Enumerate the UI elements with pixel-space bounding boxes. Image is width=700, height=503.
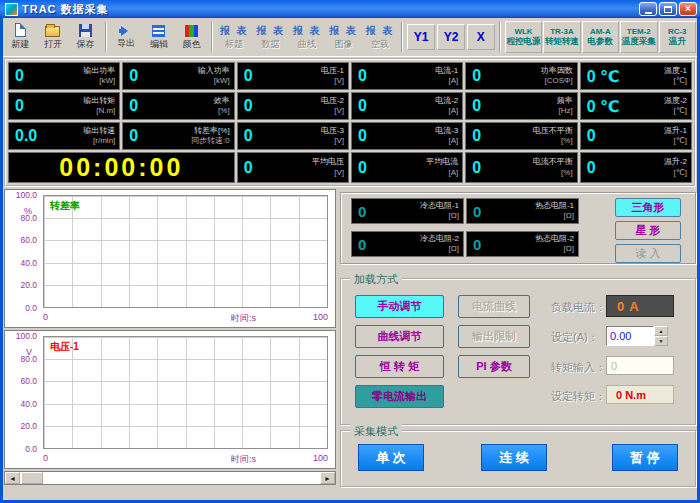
tem2-temperature-button[interactable]: TEM-2 温度采集: [620, 21, 657, 53]
rc3-temprise-button[interactable]: RC-3 温升: [659, 21, 696, 53]
edit-button[interactable]: 编辑: [143, 20, 176, 54]
edit-list-icon: [152, 25, 165, 37]
resistance-panel: 0冷态电阻-1[Ω] 0热态电阻-1[Ω] 0冷态电阻-2[Ω] 0热态电阻-2…: [340, 192, 696, 264]
delta-wiring-button[interactable]: 三角形: [615, 198, 681, 217]
tr3a-torque-speed-button[interactable]: TR-3A 转矩转速: [543, 21, 580, 53]
output-limit-button[interactable]: 输出限制: [458, 325, 530, 348]
y1-axis-button[interactable]: Y1: [407, 24, 435, 50]
x-axis-label: 时间:s: [231, 453, 256, 466]
wlk-power-button[interactable]: WLK 程控电源: [505, 21, 542, 53]
capture-mode-title: 采集模式: [350, 424, 402, 439]
window-controls: ×: [639, 2, 697, 16]
new-label: 新建: [11, 38, 29, 51]
meter-cold-resistance-2: 0冷态电阻-2[Ω]: [351, 231, 464, 257]
ama-electrical-button[interactable]: AM-A 电参数: [582, 21, 619, 53]
open-button[interactable]: 打开: [37, 20, 70, 54]
scrollbar-thumb[interactable]: [21, 472, 43, 484]
voltage1-plot-area[interactable]: 电压-1: [43, 336, 328, 449]
slip-rate-x-axis: 0 时间:s 100: [43, 312, 328, 325]
star-wiring-button[interactable]: 星 形: [615, 221, 681, 240]
meter-current-3: 0电流-3[A]: [351, 122, 463, 150]
meter-hot-resistance-2: 0热态电阻-2[Ω]: [466, 231, 579, 257]
current-curve-button[interactable]: 电流曲线: [458, 295, 530, 318]
constant-torque-button[interactable]: 恒 转 矩: [355, 355, 444, 378]
manual-adjust-button[interactable]: 手动调节: [355, 295, 444, 318]
pause-capture-button[interactable]: 暂 停: [612, 444, 678, 471]
meter-voltage-unbalance: 0电压不平衡[%]: [465, 122, 577, 150]
single-capture-button[interactable]: 单 次: [358, 444, 424, 471]
chart-scrollbar[interactable]: ◄ ►: [4, 471, 336, 485]
toolbar-separator: [401, 22, 403, 52]
export-label: 导出: [117, 37, 135, 50]
set-current-input[interactable]: [606, 326, 654, 346]
torque-input-field[interactable]: [606, 356, 674, 375]
spin-down-icon[interactable]: ▼: [654, 336, 668, 346]
save-label: 保存: [77, 38, 95, 51]
meter-voltage-1: 0电压-1[V]: [237, 62, 349, 90]
scrollbar-track[interactable]: [20, 472, 320, 484]
meter-temprise-2: 0温升-2[℃]: [580, 152, 692, 183]
curve-adjust-button[interactable]: 曲线调节: [355, 325, 444, 348]
right-panel: 0冷态电阻-1[Ω] 0热态电阻-1[Ω] 0冷态电阻-2[Ω] 0热态电阻-2…: [337, 189, 700, 489]
meter-voltage-3: 0电压-3[V]: [237, 122, 349, 150]
meter-average-voltage: 0平均电压[V]: [237, 152, 349, 183]
capture-mode-panel: 采集模式 单 次 连 续 暂 停: [340, 430, 696, 487]
torque-input-label: 转矩输入：: [551, 360, 606, 375]
report-noload-button[interactable]: 报 表 空载: [362, 21, 398, 53]
report-data-button[interactable]: 报 表 数据: [252, 21, 288, 53]
new-button[interactable]: 新建: [4, 20, 37, 54]
meter-current-1: 0电流-1[A]: [351, 62, 463, 90]
meter-temperature-2: 0 ℃温度-2[℃]: [580, 92, 692, 120]
scroll-right-arrow[interactable]: ►: [320, 472, 335, 484]
zero-current-output-button[interactable]: 零电流输出: [355, 385, 444, 408]
pi-params-button[interactable]: PI 参数: [458, 355, 530, 378]
x-axis-label: 时间:s: [231, 312, 256, 325]
minimize-icon: [645, 12, 652, 14]
toolbar-separator: [105, 22, 107, 52]
color-button[interactable]: 颜色: [175, 20, 208, 54]
set-current-label: 设定(A)：: [551, 330, 599, 345]
export-button[interactable]: 导出: [110, 20, 143, 54]
scroll-left-arrow[interactable]: ◄: [5, 472, 20, 484]
slip-rate-plot-area[interactable]: 转差率: [43, 195, 328, 308]
close-button[interactable]: ×: [679, 2, 697, 16]
continuous-capture-button[interactable]: 连 续: [481, 444, 547, 471]
maximize-button[interactable]: [659, 2, 677, 16]
report-title-button[interactable]: 报 表 标题: [216, 21, 252, 53]
spin-up-icon[interactable]: ▲: [654, 326, 668, 336]
meter-voltage-2: 0电压-2[V]: [237, 92, 349, 120]
app-icon: [5, 3, 18, 16]
report-curve-button[interactable]: 报 表 曲线: [289, 21, 325, 53]
meter-input-power: 0输入功率[kW]: [122, 62, 234, 90]
toolbar-separator: [211, 22, 213, 52]
voltage1-y-axis: 100.0 V 80.0 60.0 40.0 20.0 0.0: [5, 336, 40, 449]
set-torque-label: 设定转矩：: [551, 389, 606, 404]
slip-rate-y-axis: 100.0 % 80.0 60.0 40.0 20.0 0.0: [5, 195, 40, 308]
report-image-button[interactable]: 报 表 图像: [325, 21, 361, 53]
set-current-spinner: ▲ ▼: [606, 326, 668, 346]
meter-average-current: 0平均电流[A]: [351, 152, 463, 183]
x-axis-button[interactable]: X: [467, 24, 495, 50]
timer-value: 00:00:00: [59, 153, 183, 182]
meter-current-unbalance: 0电流不平衡[%]: [465, 152, 577, 183]
export-arrow-icon: [119, 26, 133, 36]
y2-axis-button[interactable]: Y2: [437, 24, 465, 50]
read-in-button[interactable]: 读 入: [615, 244, 681, 263]
load-mode-panel: 加载方式 手动调节 曲线调节 恒 转 矩 零电流输出 电流曲线 输出限制 PI …: [340, 278, 696, 425]
save-button[interactable]: 保存: [69, 20, 102, 54]
new-document-icon: [15, 23, 26, 37]
meter-output-power: 0输出功率[kW]: [8, 62, 120, 90]
window-title: TRAC 数据采集: [22, 2, 109, 17]
color-bars-icon: [185, 25, 198, 37]
minimize-button[interactable]: [639, 2, 657, 16]
meter-temprise-1: 0温升-1[℃]: [580, 122, 692, 150]
meter-temperature-1: 0 ℃温度-1[℃]: [580, 62, 692, 90]
elapsed-timer: 00:00:00: [8, 152, 235, 183]
color-label: 颜色: [183, 38, 201, 51]
meter-slip-rate: 0转差率[%]同步转速:0: [122, 122, 234, 150]
toolbar: 新建 打开 保存 导出 编辑 颜色 报 表 标题 报 表 数据: [3, 18, 697, 57]
meter-output-torque: 0输出转矩[N.m]: [8, 92, 120, 120]
charts-area: 100.0 % 80.0 60.0 40.0 20.0 0.0 转差率 0 时间…: [4, 189, 336, 485]
meter-grid: 0输出功率[kW] 0输入功率[kW] 0电压-1[V] 0电流-1[A] 0功…: [4, 58, 696, 187]
app-window: TRAC 数据采集 × 新建 打开 保存 导出 编辑: [0, 0, 700, 503]
